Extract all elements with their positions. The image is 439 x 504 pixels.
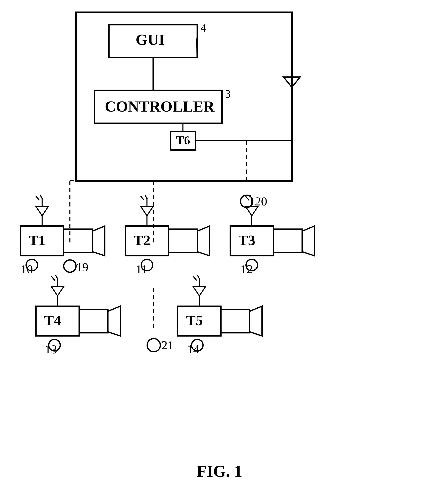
t2-label: T2 [134,232,150,248]
t5-antenna [193,287,206,296]
node-21-label: 21 [161,338,174,352]
gui-ref-num: 4 [200,22,206,34]
t3-label: T3 [238,232,255,248]
svg-line-24 [51,276,55,280]
t5-camera-lens [250,306,262,336]
svg-line-19 [145,195,147,199]
node-19-label: 19 [76,260,88,274]
controller-label: CONTROLLER [105,98,215,115]
svg-line-16 [40,195,43,199]
t1-camera-lens [93,226,105,256]
t1-antenna [36,206,48,216]
t5-label: T5 [186,312,203,328]
gui-label: GUI [136,31,165,48]
t2-camera-body [169,229,197,253]
svg-line-15 [36,196,39,200]
t2-camera-lens [197,226,210,256]
node-19 [64,260,76,272]
t1-label: T1 [29,232,46,248]
node-21 [147,339,160,352]
svg-line-1 [197,40,197,58]
figure-label: FIG. 1 [197,462,242,480]
svg-line-18 [141,196,144,200]
t4-camera-lens [108,306,120,336]
t4-camera-body [79,309,108,333]
t6-label: T6 [176,133,190,147]
t3-camera-body [273,229,302,253]
controller-ref-num: 3 [225,87,231,100]
svg-line-28 [197,275,200,279]
t5-camera-body [221,309,250,333]
t1-camera-body [64,229,93,253]
svg-line-25 [56,275,58,279]
t4-label: T4 [44,312,61,328]
t4-antenna [51,287,64,296]
diagram-container: GUI 4 CONTROLLER 3 T6 [0,0,439,504]
t3-camera-lens [302,226,315,256]
svg-line-21 [246,196,249,200]
svg-line-27 [193,276,197,280]
t2-antenna [141,206,153,216]
